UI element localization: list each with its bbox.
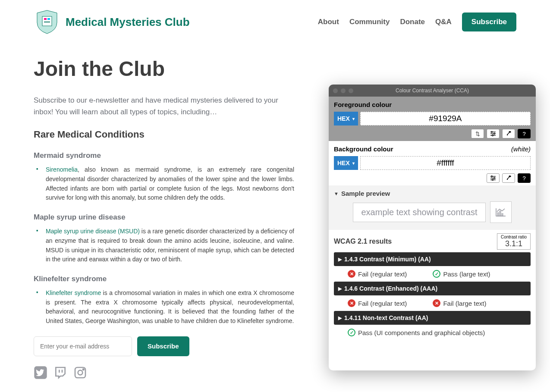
twitter-icon[interactable] [34,366,47,379]
social-row [34,366,294,379]
background-format-select[interactable]: HEX ▾ [334,156,358,170]
svg-rect-22 [497,213,499,216]
email-subscribe-button[interactable]: Subscribe [137,336,189,356]
instagram-icon[interactable] [73,366,87,379]
svg-point-13 [491,132,493,133]
disclosure-triangle-icon: ▶ [338,315,342,321]
preview-section: ▼ Sample preview example text showing co… [329,185,536,230]
svg-point-15 [492,135,493,136]
background-label-row: Background colour (white) [334,145,531,153]
condition-list-1: Sirenomelia, also known as mermaid syndr… [34,165,294,203]
results-title: WCAG 2.1 results [334,238,392,245]
brand: Medical Mysteries Club [34,9,190,35]
email-subscribe-row: Subscribe [34,336,294,356]
chevron-down-icon: ▾ [352,161,355,166]
fail-icon: ✕ [433,299,440,307]
preview-row: example text showing contrast [334,201,531,223]
nav-community[interactable]: Community [349,18,390,26]
help-button[interactable]: ? [518,173,531,183]
condition-link[interactable]: Sirenomelia [46,166,78,173]
foreground-label: Foreground colour [334,101,531,108]
preview-text: example text showing contrast [353,203,485,222]
results-section: WCAG 2.1 results Contrast ratio 3.1:1 [329,230,536,250]
nav-about[interactable]: About [318,18,339,26]
foreground-tools: ⇅ ? [334,129,531,138]
criterion-title: 1.4.6 Contrast (Enhanced) (AAA) [344,285,437,292]
criterion-detail-1: ✕Fail (regular text) ✓Pass (large text) [329,266,536,282]
svg-point-8 [78,370,83,375]
result-item: ✕Fail (regular text) [348,299,407,307]
page-title: Join the Club [34,57,294,81]
disclosure-triangle-icon: ▶ [338,286,342,292]
result-item: ✕Fail (regular text) [348,270,407,278]
eyedropper-button[interactable] [502,173,515,183]
swap-button[interactable]: ⇅ [471,129,484,138]
svg-rect-0 [42,16,52,26]
cca-window: Colour Contrast Analyser (CCA) Foregroun… [329,85,536,370]
condition-list-2: Maple syrup urine disease (MSUD) is a ra… [34,227,294,264]
ratio-value: 3.1:1 [501,239,527,248]
result-text: Fail (regular text) [358,270,407,278]
preview-toggle[interactable]: ▼ Sample preview [334,190,531,197]
background-value-input[interactable]: #ffffff [360,156,531,170]
result-text: Fail (large text) [443,300,486,307]
pass-icon: ✓ [348,329,355,336]
svg-point-20 [494,178,495,179]
cca-titlebar[interactable]: Colour Contrast Analyser (CCA) [329,85,536,97]
pass-icon: ✓ [433,270,440,278]
background-color-row: HEX ▾ #ffffff [334,156,531,170]
result-item: ✓Pass (UI components and graphical objec… [348,329,485,336]
condition-text: , also known as mermaid syndrome, is an … [46,166,294,201]
criterion-bar-1[interactable]: ▶ 1.4.3 Contrast (Minimum) (AA) [334,252,531,266]
foreground-section: Foreground colour HEX ▾ #91929A ⇅ ? [329,97,536,141]
criterion-title: 1.4.3 Contrast (Minimum) (AA) [344,256,431,263]
result-text: Pass (UI components and graphical object… [358,329,485,336]
sliders-button[interactable] [487,173,500,183]
criterion-bar-3[interactable]: ▶ 1.4.11 Non-text Contrast (AA) [334,311,531,325]
svg-point-9 [83,369,84,370]
criterion-detail-3: ✓Pass (UI components and graphical objec… [329,325,536,340]
help-button[interactable]: ? [518,129,531,138]
svg-rect-24 [502,213,503,216]
results-header: WCAG 2.1 results Contrast ratio 3.1:1 [334,233,531,250]
criterion-bar-2[interactable]: ▶ 1.4.6 Contrast (Enhanced) (AAA) [334,282,531,295]
svg-point-14 [494,133,495,135]
section-heading: Rare Medical Conditions [34,129,294,140]
nav-donate[interactable]: Donate [400,18,425,26]
result-item: ✓Pass (large text) [433,270,490,278]
condition-link[interactable]: Maple syrup urine disease (MSUD) [46,228,140,235]
sliders-button[interactable] [487,129,500,138]
fail-icon: ✕ [348,299,355,307]
background-label: Background colour [334,145,393,153]
svg-point-19 [491,176,493,177]
condition-list-3: Klinefelter syndrome is a chromosomal va… [34,289,294,326]
chart-icon[interactable] [490,201,512,223]
criterion-title: 1.4.11 Non-text Contrast (AA) [344,314,428,321]
result-text: Fail (regular text) [358,300,407,307]
foreground-format-select[interactable]: HEX ▾ [334,112,358,125]
subscribe-button[interactable]: Subscribe [462,13,516,31]
list-item: Klinefelter syndrome is a chromosomal va… [41,289,294,326]
ratio-label: Contrast ratio [501,235,527,239]
main-content: Join the Club Subscribe to our e-newslet… [0,44,328,379]
svg-rect-23 [500,211,501,216]
svg-rect-1 [44,18,47,20]
preview-label: Sample preview [341,190,390,197]
result-text: Pass (large text) [443,270,490,278]
twitch-icon[interactable] [53,366,67,379]
logo-icon [34,9,60,35]
background-section: Background colour (white) HEX ▾ #ffffff … [329,141,536,185]
background-color-name: (white) [511,145,531,153]
brand-title: Medical Mysteries Club [66,16,190,29]
eyedropper-button[interactable] [502,129,515,138]
cca-window-title: Colour Contrast Analyser (CCA) [329,88,536,94]
email-field[interactable] [34,336,132,356]
svg-point-21 [492,179,493,181]
contrast-ratio-box: Contrast ratio 3.1:1 [497,233,531,250]
foreground-value-input[interactable]: #91929A [360,112,531,125]
nav-qa[interactable]: Q&A [435,18,452,26]
fail-icon: ✕ [348,270,355,278]
result-item: ✕Fail (large text) [433,299,486,307]
list-item: Sirenomelia, also known as mermaid syndr… [41,165,294,203]
condition-link[interactable]: Klinefelter syndrome [46,289,101,296]
